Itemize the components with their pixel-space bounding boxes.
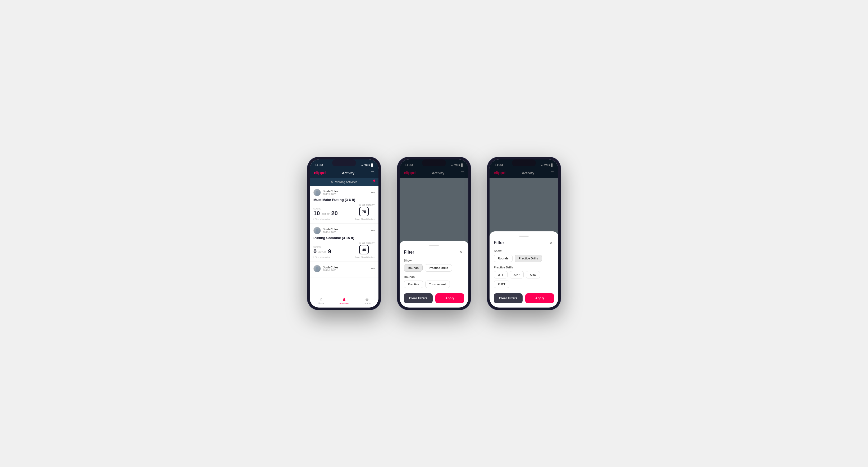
data-source-2: Data: Clippd Capture (355, 256, 375, 258)
nav-activities-label: Activities (339, 302, 349, 305)
data-source-1: Data: Clippd Capture (355, 218, 375, 220)
card-menu-1[interactable]: ••• (371, 190, 375, 195)
score-label-2: Score (313, 246, 331, 248)
quality-label-2: Shot Quality (359, 242, 375, 244)
info-icon-1: ℹ (313, 218, 314, 220)
home-icon: ⌂ (320, 297, 323, 302)
drills-buttons-3: OTT APP ARG PUTT (494, 271, 554, 288)
stats-row-1: Score 10 OUT OF 20 Shot Quality 75 (313, 204, 375, 216)
filter-sheet-3: Filter ✕ Show Rounds Practice Drills Pra… (490, 231, 558, 308)
activity-card-2: Josh Coles 28 Feb 2023 ••• Putting Combi… (310, 224, 378, 262)
stats-row-2: Score 0 OUT OF 9 Shot Quality 45 (313, 242, 375, 254)
btn-arg-3[interactable]: ARG (526, 271, 540, 278)
phone-1: 11:33 ▲ WiFi ▊ clippd Activity ☰ ⚙ Viewi… (307, 157, 381, 310)
avatar-inner-1 (314, 189, 320, 196)
quality-block-2: Shot Quality 45 (359, 242, 375, 254)
score-label-1: Score (313, 208, 338, 210)
quality-label-1: Shot Quality (359, 204, 375, 206)
sheet-handle-2 (429, 245, 439, 246)
sheet-handle-3 (519, 236, 529, 237)
nav-capture-label: Capture (363, 302, 371, 305)
header-title-1: Activity (342, 171, 354, 175)
sheet-footer-3: Clear Filters Apply (494, 293, 554, 303)
user-info-1: Josh Coles 28 Feb 2023 (313, 189, 339, 196)
btn-ott-3[interactable]: OTT (494, 271, 507, 278)
score-value-2: 0 (313, 248, 317, 255)
card-menu-3[interactable]: ••• (371, 267, 375, 271)
user-name-3: Josh Coles (323, 266, 339, 269)
status-icons-1: ▲ WiFi ▊ (361, 164, 373, 166)
filter-overlay-3: Filter ✕ Show Rounds Practice Drills Pra… (490, 159, 558, 308)
card-footer-2: ℹ Test Information Data: Clippd Capture (313, 256, 375, 258)
phone-1-screen: 11:33 ▲ WiFi ▊ clippd Activity ☰ ⚙ Viewi… (310, 159, 378, 308)
clear-filters-btn-3[interactable]: Clear Filters (494, 293, 523, 303)
phone-3: 11:33 ▲ WiFi ▊ clippd Activity ☰ (487, 157, 561, 310)
show-buttons-2: Rounds Practice Drills (404, 264, 464, 272)
apply-btn-3[interactable]: Apply (525, 293, 554, 303)
shots-value-1: 20 (331, 210, 338, 217)
apply-btn-2[interactable]: Apply (435, 293, 464, 303)
nav-home[interactable]: ⌂ Home (310, 297, 333, 305)
btn-app-3[interactable]: APP (509, 271, 524, 278)
btn-putt-3[interactable]: PUTT (494, 281, 509, 288)
signal-icon: ▲ (361, 164, 363, 166)
avatar-inner-3 (314, 265, 320, 272)
viewing-banner-1[interactable]: ⚙ Viewing Activities (310, 178, 378, 186)
out-of-2: OUT OF (318, 251, 327, 253)
sheet-header-3: Filter ✕ (494, 240, 554, 246)
card-menu-2[interactable]: ••• (371, 228, 375, 233)
banner-text-1: Viewing Activities (335, 180, 357, 184)
user-date-3: 28 Feb 2023 (323, 269, 339, 272)
drills-label-3: Practice Drills (494, 266, 554, 269)
nav-capture[interactable]: ⊕ Capture (355, 297, 378, 305)
capture-icon: ⊕ (365, 297, 369, 302)
nav-activities[interactable]: ♟ Activities (333, 297, 356, 305)
btn-rounds-2[interactable]: Rounds (404, 264, 423, 272)
rounds-label-2: Rounds (404, 275, 464, 278)
btn-rounds-3[interactable]: Rounds (494, 255, 513, 262)
btn-tournament-2[interactable]: Tournament (425, 281, 450, 288)
user-name-2: Josh Coles (323, 228, 339, 231)
nav-home-label: Home (318, 302, 324, 305)
bottom-nav-1: ⌂ Home ♟ Activities ⊕ Capture (310, 295, 378, 308)
test-info-1: ℹ Test Information (313, 218, 330, 220)
svg-point-3 (315, 231, 319, 233)
quality-block-1: Shot Quality 75 (359, 204, 375, 216)
phone-2: 11:33 ▲ WiFi ▊ clippd Activity ☰ (397, 157, 471, 310)
rounds-buttons-2: Practice Tournament (404, 281, 464, 288)
wifi-icon: WiFi (365, 164, 370, 166)
filter-close-3[interactable]: ✕ (548, 240, 554, 246)
phone-3-screen: 11:33 ▲ WiFi ▊ clippd Activity ☰ (490, 159, 558, 308)
menu-icon-1[interactable]: ☰ (371, 171, 374, 175)
out-of-1: OUT OF (321, 213, 330, 215)
score-value-1: 10 (313, 210, 320, 217)
user-date-1: 28 Feb 2023 (323, 193, 339, 195)
banner-dot-1 (373, 180, 375, 182)
activity-card-1: Josh Coles 28 Feb 2023 ••• Must Make Put… (310, 186, 378, 224)
phone-2-screen: 11:33 ▲ WiFi ▊ clippd Activity ☰ (400, 159, 468, 308)
user-name-1: Josh Coles (323, 190, 339, 193)
filter-overlay-2: Filter ✕ Show Rounds Practice Drills Rou… (400, 159, 468, 308)
svg-point-0 (316, 191, 318, 193)
svg-point-4 (316, 267, 318, 269)
svg-point-2 (316, 229, 318, 231)
score-block-1: Score 10 OUT OF 20 (313, 208, 338, 216)
avatar-1 (313, 189, 321, 196)
filter-close-2[interactable]: ✕ (458, 249, 464, 255)
score-block-2: Score 0 OUT OF 9 (313, 246, 331, 254)
user-date-2: 28 Feb 2023 (323, 231, 339, 234)
shots-value-2: 9 (328, 248, 331, 255)
btn-practice-drills-2[interactable]: Practice Drills (425, 264, 452, 272)
clear-filters-btn-2[interactable]: Clear Filters (404, 293, 433, 303)
sheet-footer-2: Clear Filters Apply (404, 293, 464, 303)
sheet-header-2: Filter ✕ (404, 249, 464, 255)
btn-practice-drills-3[interactable]: Practice Drills (515, 255, 542, 262)
card-footer-1: ℹ Test Information Data: Clippd Capture (313, 218, 375, 220)
show-label-2: Show (404, 259, 464, 262)
show-buttons-3: Rounds Practice Drills (494, 255, 554, 262)
btn-practice-2[interactable]: Practice (404, 281, 423, 288)
filter-title-2: Filter (404, 250, 414, 255)
activity-title-1: Must Make Putting (3-6 ft) (313, 198, 375, 202)
avatar-inner-2 (314, 227, 320, 234)
test-info-text-1: Test Information (315, 218, 330, 220)
